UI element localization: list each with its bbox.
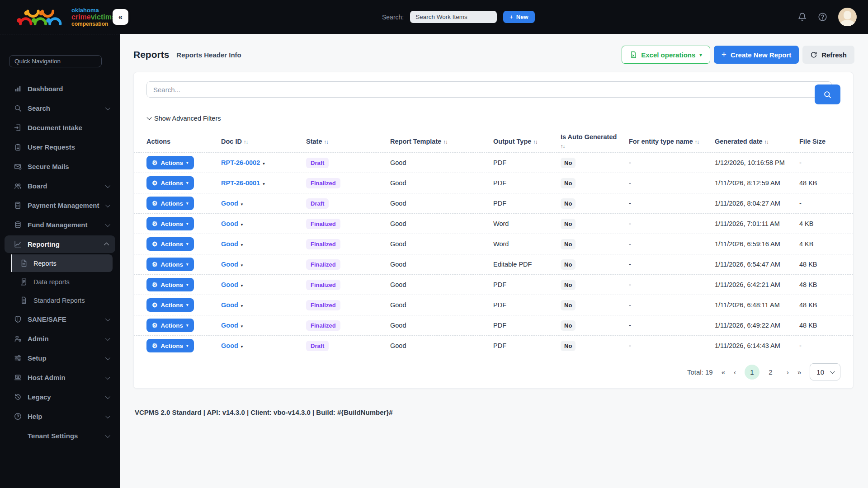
gear-icon: ⚙ [152,302,158,308]
page-button-1[interactable]: 1 [745,365,760,380]
doc-id-link[interactable]: RPT-26-0002 [221,159,260,166]
first-page-button[interactable]: « [722,368,725,376]
sidebar-item-legacy[interactable]: Legacy [0,387,120,407]
sidebar-item-host-admin[interactable]: Host Admin [0,368,120,387]
output-type-cell: PDF [493,322,561,329]
doc-id-link[interactable]: Good [221,200,238,207]
next-page-button[interactable]: › [787,368,789,376]
page-button-2[interactable]: 2 [763,365,778,380]
doc-id-link[interactable]: RPT-26-0001 [221,179,260,187]
report-template-cell: Good [390,342,493,349]
row-actions-button[interactable]: ⚙Actions▾ [146,197,194,210]
chevron-down-icon [105,413,110,418]
row-actions-button[interactable]: ⚙Actions▾ [146,156,194,169]
sidebar-item-secure-mails[interactable]: Secure Mails [0,157,120,176]
chevron-down-icon[interactable]: ▾ [241,202,243,206]
chevron-down-icon[interactable]: ▾ [241,283,243,288]
chevron-down-icon[interactable]: ▾ [241,304,243,308]
doc-id-link[interactable]: Good [221,220,238,227]
entity-type-cell: - [629,322,715,329]
page-size-select[interactable]: 10 [810,363,840,380]
doc-id-link[interactable]: Good [221,281,238,288]
chevron-down-icon[interactable]: ▾ [241,324,243,328]
table-row: ⚙Actions▾Good▾DraftGoodPDFNo-1/11/2026, … [134,335,853,356]
doc-id-link[interactable]: Good [221,301,238,309]
column-header-is-auto-generated[interactable]: Is Auto Generated ↑↓ [561,133,629,150]
sidebar-item-payment-management[interactable]: Payment Management [0,196,120,215]
sidebar-item-label: Dashboard [28,85,63,93]
sidebar-item-admin[interactable]: Admin [0,329,120,348]
reports-card: Show Advanced Filters ActionsDoc ID ↑↓St… [133,72,854,389]
previous-page-button[interactable]: ‹ [734,368,736,376]
sidebar-item-reports[interactable]: Reports [0,254,120,272]
entity-type-cell: - [629,240,715,248]
column-header-doc-id[interactable]: Doc ID ↑↓ [221,137,306,146]
sidebar-item-standard-reports[interactable]: Standard Reports [0,291,120,310]
state-badge: Draft [306,341,329,351]
row-actions-button[interactable]: ⚙Actions▾ [146,258,194,271]
chevron-down-icon[interactable]: ▾ [241,263,243,267]
chevron-down-icon [105,374,110,379]
chevron-down-icon[interactable]: ▾ [263,161,265,166]
column-header-state[interactable]: State ↑↓ [306,137,390,146]
search-submit-button[interactable] [815,84,840,104]
help-icon[interactable] [818,12,827,22]
show-advanced-filters-toggle[interactable]: Show Advanced Filters [146,115,221,122]
gear-icon: ⚙ [152,282,158,288]
sort-icon: ↑↓ [443,139,448,145]
notifications-bell-icon[interactable] [797,12,807,22]
chevron-down-icon: ▾ [186,303,189,307]
doc-id-link[interactable]: Good [221,261,238,268]
quick-navigation-input[interactable] [9,55,102,67]
row-actions-button[interactable]: ⚙Actions▾ [146,319,194,332]
create-new-report-button[interactable]: + Create New Report [714,46,799,64]
output-type-cell: PDF [493,179,561,187]
chevron-down-icon[interactable]: ▾ [241,344,243,349]
sidebar-item-user-requests[interactable]: User Requests [0,137,120,157]
column-header-output-type[interactable]: Output Type ↑↓ [493,137,561,146]
row-actions-button[interactable]: ⚙Actions▾ [146,237,194,251]
excel-operations-button[interactable]: Excel operations ▾ [622,46,710,64]
sidebar-item-reporting[interactable]: Reporting [0,235,120,254]
row-actions-button[interactable]: ⚙Actions▾ [146,176,194,190]
sort-icon: ↑↓ [561,144,565,149]
sidebar-item-search[interactable]: Search [0,99,120,118]
row-actions-button[interactable]: ⚙Actions▾ [146,298,194,312]
sidebar-item-label: Admin [28,335,49,343]
column-header-for-entity-type-name[interactable]: For entity type name ↑↓ [629,137,715,146]
sidebar-item-tenant-settings[interactable]: Tenant Settings [0,426,120,446]
file-size-cell: 48 KB [799,281,840,288]
column-header-generated-date[interactable]: Generated date ↑↓ [715,137,799,146]
row-actions-button[interactable]: ⚙Actions▾ [146,278,194,291]
last-page-button[interactable]: » [797,368,801,376]
sidebar-item-data-reports[interactable]: Data reports [0,272,120,291]
chevron-down-icon[interactable]: ▾ [241,222,243,227]
sidebar-item-setup[interactable]: Setup [0,348,120,368]
sidebar-item-label: Help [28,413,42,420]
doc-id-link[interactable]: Good [221,240,238,248]
doc-id-link[interactable]: Good [221,342,238,349]
doc-id-link[interactable]: Good [221,322,238,329]
sidebar-item-dashboard[interactable]: Dashboard [0,79,120,99]
work-items-search-input[interactable] [410,11,497,23]
file-size-cell: 48 KB [799,301,840,309]
column-header-report-template[interactable]: Report Template ↑↓ [390,137,493,146]
table-row: ⚙Actions▾Good▾FinalizedGoodPDFNo-1/11/20… [134,315,853,335]
row-actions-button[interactable]: ⚙Actions▾ [146,339,194,352]
sidebar-item-board[interactable]: Board [0,176,120,196]
chevron-down-icon[interactable]: ▾ [263,182,265,186]
new-work-item-button[interactable]: + New [503,11,534,23]
table-search-input[interactable] [146,81,832,98]
sidebar-item-help[interactable]: Help [0,407,120,426]
row-actions-button[interactable]: ⚙Actions▾ [146,217,194,230]
sidebar-item-document-intake[interactable]: Document Intake [0,118,120,137]
user-avatar[interactable] [838,8,857,26]
refresh-button[interactable]: Refresh [802,46,854,64]
chevron-down-icon[interactable]: ▾ [241,243,243,247]
users-icon [14,182,22,190]
sidebar-item-sane-safe[interactable]: SANE/SAFE [0,310,120,329]
chevron-up-icon [104,242,109,247]
entity-type-cell: - [629,220,715,227]
sidebar-item-fund-management[interactable]: Fund Management [0,215,120,235]
sidebar-collapse-button[interactable]: « [113,9,128,25]
